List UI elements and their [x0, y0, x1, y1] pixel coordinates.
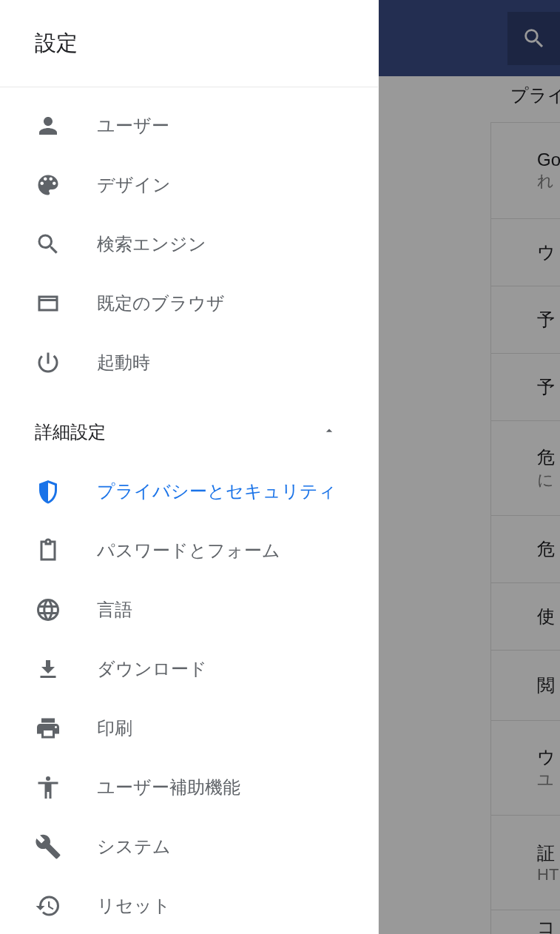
download-icon	[35, 656, 61, 682]
advanced-section-toggle[interactable]: 詳細設定	[0, 403, 378, 462]
person-icon	[35, 112, 61, 139]
palette-icon	[35, 172, 61, 198]
browser-icon	[35, 290, 61, 317]
settings-drawer: 設定 ユーザー デザイン 検索エンジン 既定のブラウザ 起動時 詳細設定	[0, 0, 379, 934]
nav-label: デザイン	[97, 173, 171, 197]
drawer-title: 設定	[35, 29, 78, 58]
nav: ユーザー デザイン 検索エンジン 既定のブラウザ 起動時 詳細設定 プライバシー…	[0, 87, 378, 934]
nav-item-languages[interactable]: 言語	[0, 580, 378, 639]
advanced-title: 詳細設定	[35, 420, 106, 444]
nav-item-privacy-security[interactable]: プライバシーとセキュリティ	[0, 462, 378, 521]
nav-item-users[interactable]: ユーザー	[0, 96, 378, 155]
nav-label: リセット	[97, 894, 171, 918]
print-icon	[35, 715, 61, 742]
nav-label: プライバシーとセキュリティ	[97, 480, 337, 503]
accessibility-icon	[35, 774, 61, 801]
clipboard-icon	[35, 537, 61, 564]
wrench-icon	[35, 833, 61, 860]
search-icon	[35, 231, 61, 258]
nav-label: パスワードとフォーム	[97, 539, 280, 562]
nav-label: 印刷	[97, 716, 132, 740]
globe-icon	[35, 597, 61, 623]
nav-item-appearance[interactable]: デザイン	[0, 155, 378, 215]
nav-label: 言語	[97, 598, 132, 622]
nav-label: ユーザー補助機能	[97, 776, 240, 799]
nav-label: ユーザー	[97, 114, 169, 138]
nav-item-passwords-forms[interactable]: パスワードとフォーム	[0, 521, 378, 580]
nav-label: 既定のブラウザ	[97, 292, 225, 315]
drawer-header: 設定	[0, 0, 378, 87]
nav-item-default-browser[interactable]: 既定のブラウザ	[0, 274, 378, 333]
nav-item-printing[interactable]: 印刷	[0, 699, 378, 758]
nav-label: 起動時	[97, 351, 150, 374]
drawer-backdrop[interactable]	[379, 0, 560, 934]
power-icon	[35, 349, 61, 376]
nav-item-reset[interactable]: リセット	[0, 876, 378, 934]
nav-label: システム	[97, 835, 171, 859]
restore-icon	[35, 893, 61, 919]
nav-item-system[interactable]: システム	[0, 817, 378, 876]
nav-item-search-engine[interactable]: 検索エンジン	[0, 215, 378, 274]
nav-label: ダウンロード	[97, 657, 207, 681]
nav-label: 検索エンジン	[97, 232, 206, 256]
shield-icon	[35, 478, 61, 505]
nav-item-downloads[interactable]: ダウンロード	[0, 639, 378, 699]
chevron-up-icon	[322, 423, 337, 441]
nav-item-accessibility[interactable]: ユーザー補助機能	[0, 758, 378, 817]
nav-item-on-startup[interactable]: 起動時	[0, 333, 378, 392]
